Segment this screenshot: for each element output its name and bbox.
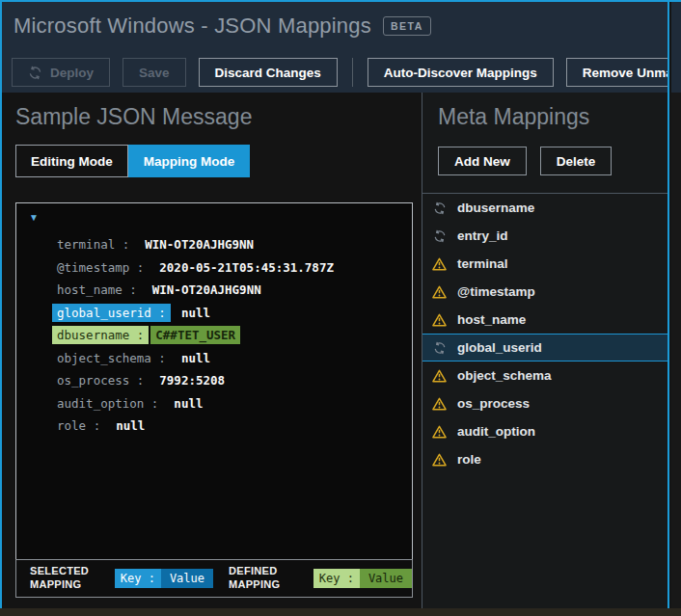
json-value: 2020-05-21T05:45:31.787Z — [154, 258, 339, 277]
json-key: role : — [52, 416, 105, 435]
json-entry-host-name[interactable]: host_name : WIN-OT20AJHG9NN — [16, 279, 412, 302]
json-entry-global-userid-selected[interactable]: global_userid : null — [16, 302, 412, 325]
warning-icon — [432, 256, 447, 271]
json-mappings-window: Microsoft Windows - JSON Mappings BETA D… — [0, 2, 669, 608]
sync-icon — [432, 201, 447, 215]
right-edge — [671, 2, 681, 608]
mapping-mode-label: Mapping Mode — [144, 154, 235, 169]
json-key: host_name : — [52, 281, 142, 299]
remove-unmapped-label: Remove Unmapped — [583, 66, 669, 80]
warning-icon — [432, 312, 447, 327]
add-new-label: Add New — [454, 154, 510, 169]
json-key: audit_option : — [52, 394, 163, 413]
editing-mode-label: Editing Mode — [31, 154, 113, 169]
json-viewer: ▼ terminal : WIN-OT20AJHG9NN @timestamp … — [15, 202, 413, 560]
json-value: null — [177, 304, 215, 322]
sample-json-panel: Sample JSON Message Editing Mode Mapping… — [2, 93, 422, 608]
json-key-defined-mapping: dbusername : — [52, 326, 149, 344]
mapping-row-entry-id[interactable]: entry_id — [422, 222, 667, 250]
remove-unmapped-button[interactable]: Remove Unmapped — [566, 58, 669, 87]
beta-badge: BETA — [383, 16, 431, 36]
discard-changes-button[interactable]: Discard Changes — [199, 58, 338, 87]
json-value: 7992:5208 — [154, 371, 230, 389]
mapping-label: global_userid — [457, 340, 542, 355]
page-title: Microsoft Windows - JSON Mappings — [14, 13, 371, 39]
warning-icon — [432, 368, 447, 383]
json-key: object_schema : — [52, 349, 171, 367]
toolbar-divider — [352, 58, 353, 87]
mapping-mode-tab[interactable]: Mapping Mode — [128, 145, 251, 177]
legend-value-green: Value — [360, 569, 412, 588]
mapping-label: os_process — [457, 396, 530, 411]
json-key: @timestamp : — [52, 258, 149, 277]
sync-icon — [432, 228, 447, 243]
mapping-row-audit-option[interactable]: audit_option — [422, 417, 667, 445]
delete-button[interactable]: Delete — [540, 147, 613, 175]
legend-key-green: Key : — [313, 569, 360, 588]
mapping-label: object_schema — [457, 368, 552, 383]
mapping-row-os-process[interactable]: os_process — [422, 389, 667, 417]
selected-mapping-label: SELECTED MAPPING — [30, 565, 94, 592]
mapping-label: terminal — [457, 256, 508, 271]
bottom-edge — [0, 608, 681, 616]
meta-mappings-title: Meta Mappings — [438, 104, 589, 130]
add-new-button[interactable]: Add New — [438, 147, 527, 175]
collapse-arrow-icon[interactable]: ▼ — [29, 212, 39, 223]
body: Sample JSON Message Editing Mode Mapping… — [2, 93, 667, 608]
delete-label: Delete — [557, 154, 596, 169]
mapping-label: host_name — [457, 312, 526, 327]
mapping-label: entry_id — [457, 228, 508, 243]
json-entry-timestamp[interactable]: @timestamp : 2020-05-21T05:45:31.787Z — [16, 256, 412, 280]
mapping-row-host-name[interactable]: host_name — [422, 306, 667, 334]
mapping-legend: SELECTED MAPPING Key : Value DEFINED MAP… — [15, 559, 413, 598]
warning-icon — [432, 396, 447, 411]
mapping-row-timestamp[interactable]: @timestamp — [422, 278, 667, 306]
save-label: Save — [139, 66, 170, 80]
mode-toggle: Editing Mode Mapping Mode — [15, 145, 250, 177]
selected-mapping-swatch: Key : Value — [115, 569, 213, 588]
mapping-label: dbusername — [457, 201, 534, 215]
deploy-label: Deploy — [50, 66, 94, 80]
json-entry-dbusername-defined[interactable]: dbusername : C##TET_USER — [16, 324, 412, 347]
defined-mapping-swatch: Key : Value — [313, 569, 412, 588]
json-value-defined-mapping: C##TET_USER — [150, 326, 240, 344]
legend-key-blue: Key : — [115, 569, 161, 588]
json-value: null — [111, 416, 150, 435]
warning-icon — [432, 284, 447, 299]
mapping-list: dbusername entry_id terminal — [422, 193, 667, 473]
auto-discover-label: Auto-Discover Mappings — [384, 66, 537, 80]
deploy-button[interactable]: Deploy — [12, 58, 110, 87]
sample-json-title: Sample JSON Message — [15, 104, 252, 130]
json-key: terminal : — [52, 235, 134, 254]
json-entry-os-process[interactable]: os_process : 7992:5208 — [16, 369, 412, 392]
title-row: Microsoft Windows - JSON Mappings BETA — [14, 13, 431, 39]
meta-mappings-panel: Meta Mappings Add New Delete dbusername — [422, 93, 667, 608]
json-entry-terminal[interactable]: terminal : WIN-OT20AJHG9NN — [16, 233, 412, 256]
json-key-selected-mapping: global_userid : — [52, 304, 171, 322]
discard-label: Discard Changes — [215, 66, 321, 80]
json-value: WIN-OT20AJHG9NN — [148, 281, 266, 299]
editing-mode-tab[interactable]: Editing Mode — [15, 145, 128, 177]
json-entry-object-schema[interactable]: object_schema : null — [16, 347, 412, 370]
json-key: os_process : — [52, 371, 149, 389]
warning-icon — [432, 424, 447, 439]
mapping-label: role — [457, 452, 481, 467]
mapping-row-terminal[interactable]: terminal — [422, 250, 667, 278]
deploy-sync-icon — [28, 66, 42, 80]
toolbar: Deploy Save Discard Changes Auto-Discove… — [12, 58, 669, 87]
save-button[interactable]: Save — [123, 58, 186, 87]
mapping-row-object-schema[interactable]: object_schema — [422, 362, 667, 389]
json-entry-role[interactable]: role : null — [16, 415, 412, 438]
header: Microsoft Windows - JSON Mappings BETA D… — [2, 2, 667, 93]
auto-discover-button[interactable]: Auto-Discover Mappings — [368, 58, 554, 87]
json-entry-audit-option[interactable]: audit_option : null — [16, 392, 412, 415]
mapping-label: @timestamp — [457, 284, 535, 299]
mapping-row-dbusername[interactable]: dbusername — [422, 194, 667, 222]
mapping-label: audit_option — [457, 424, 535, 439]
mapping-row-role[interactable]: role — [422, 445, 667, 473]
mapping-row-global-userid-selected[interactable]: global_userid — [422, 334, 667, 362]
json-rows: terminal : WIN-OT20AJHG9NN @timestamp : … — [16, 233, 412, 438]
warning-icon — [432, 452, 447, 467]
legend-value-blue: Value — [161, 569, 213, 588]
defined-mapping-label: DEFINED MAPPING — [229, 565, 292, 592]
